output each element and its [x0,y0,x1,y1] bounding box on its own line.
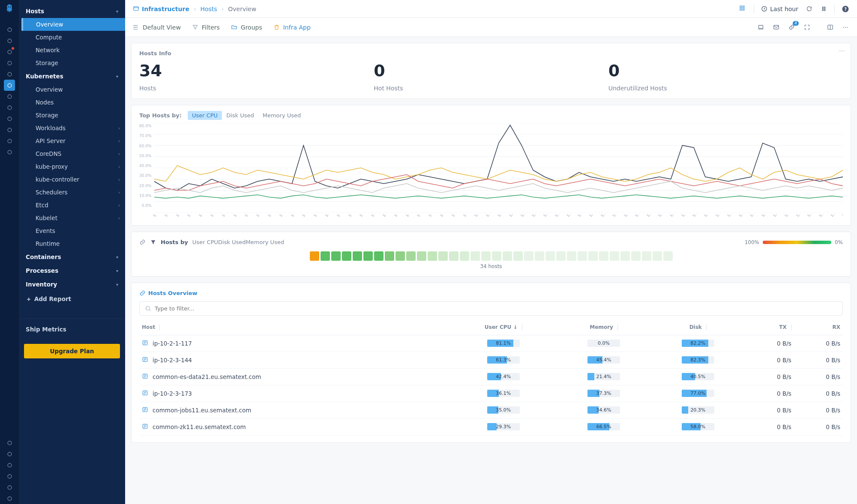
sidebar-item-overview[interactable]: Overview [21,18,125,31]
heat-cell[interactable] [481,251,491,261]
link-icon[interactable] [788,24,795,31]
laptop-icon[interactable] [757,24,764,31]
heat-cell[interactable] [524,251,533,261]
sidebar-item-kubelet[interactable]: Kubelet› [21,212,125,224]
heat-cell[interactable] [631,251,641,261]
filters-button[interactable]: Filters [192,24,220,31]
filter-input[interactable] [155,305,837,312]
sidebar-item-api-server[interactable]: API Server› [21,134,125,147]
heat-cell[interactable] [406,251,416,261]
heat-cell[interactable] [610,251,619,261]
heat-tab-disk-used[interactable]: Disk Used [218,239,246,245]
heat-cell[interactable] [310,251,319,261]
heat-tab-memory-used[interactable]: Memory Used [246,239,285,245]
shopping-bag-icon[interactable] [4,46,15,57]
heat-cell[interactable] [342,251,351,261]
search-icon[interactable] [4,24,15,35]
database-icon[interactable] [4,91,15,102]
heat-cell[interactable] [449,251,458,261]
col-memory[interactable]: Memory [557,320,651,335]
time-range-picker[interactable]: Last hour [761,6,798,12]
sidebar-item-network[interactable]: Network [21,44,125,57]
card-menu-icon[interactable]: ⋯ [839,48,845,54]
heat-cell[interactable] [663,251,673,261]
table-row[interactable]: ip-10-2-3-17336.1%37.3%77.0%0 B/s0 B/s [139,385,843,402]
heat-cell[interactable] [556,251,566,261]
col-user-cpu-[interactable]: User CPU ↓ [450,320,557,335]
sidebar-item-storage[interactable]: Storage [21,109,125,122]
chart-tab-disk-used[interactable]: Disk Used [222,111,258,120]
col-host[interactable]: Host [139,320,450,335]
col-disk[interactable]: Disk [651,320,745,335]
sidebar-item-kube-proxy[interactable]: kube-proxy› [21,160,125,173]
heat-cell[interactable] [653,251,662,261]
pause-icon[interactable] [820,5,827,13]
sidebar-item-coredns[interactable]: CoreDNS› [21,147,125,160]
sidebar-group-kubernetes[interactable]: Kubernetes▾ [19,69,125,83]
refresh-icon[interactable] [805,5,813,13]
table-row[interactable]: common-jobs11.eu.sematext.com35.0%34.6%2… [139,402,843,418]
infra-app-button[interactable]: Infra App [273,24,311,31]
table-filter[interactable] [139,301,843,316]
sidebar-item-etcd[interactable]: Etcd› [21,199,125,212]
breadcrumb-app[interactable]: Infrastructure [133,6,189,12]
heat-cell[interactable] [620,251,630,261]
sidebar-item-schedulers[interactable]: Schedulers› [21,186,125,199]
chart-tab-memory-used[interactable]: Memory Used [258,111,306,120]
table-row[interactable]: ip-10-2-1-11781.1%0.0%82.2%0 B/s0 B/s [139,335,843,352]
sidebar-item-workloads[interactable]: Workloads› [21,122,125,134]
heat-cell[interactable] [567,251,576,261]
heat-cell[interactable] [503,251,512,261]
col-rx[interactable]: RX [794,320,843,335]
sidebar-item-compute[interactable]: Compute [21,31,125,44]
hosts-overview-link[interactable]: Hosts Overview [139,290,198,296]
sidebar-item-nodes[interactable]: Nodes [21,96,125,109]
heat-tab-user-cpu[interactable]: User CPU [192,239,218,245]
heat-cell[interactable] [385,251,394,261]
radar-icon[interactable] [4,448,15,459]
apps-icon[interactable] [739,5,747,13]
add-report-button[interactable]: Add Report [19,291,125,307]
heat-cell[interactable] [363,251,373,261]
heat-cell[interactable] [588,251,598,261]
help-icon[interactable]: ? [842,5,849,13]
document-icon[interactable] [4,102,15,113]
sidebar-item-kube-controller[interactable]: kube-controller› [21,173,125,186]
heat-cell[interactable] [460,251,469,261]
heat-cell[interactable] [428,251,437,261]
heat-cell[interactable] [321,251,330,261]
heat-cell[interactable] [545,251,555,261]
globe-icon[interactable] [4,69,15,80]
groups-button[interactable]: Groups [231,24,262,31]
col-tx[interactable]: TX [745,320,794,335]
default-view-button[interactable]: ☰Default View [133,24,181,31]
mail-icon[interactable] [4,80,15,91]
table-row[interactable]: common-zk11.eu.sematext.com29.3%66.5%58.… [139,418,843,435]
heat-cell[interactable] [513,251,523,261]
target-icon[interactable] [4,146,15,158]
heat-cell[interactable] [535,251,544,261]
sidebar-item-runtime[interactable]: Runtime [21,237,125,250]
gift-icon[interactable] [4,437,15,448]
reddit-icon[interactable] [4,124,15,135]
more-icon[interactable]: ⋯ [842,24,849,31]
content-scroll[interactable]: ⋯ Hosts Info 34Hosts0Hot Hosts0Underutil… [125,37,857,504]
sidebar-group-inventory[interactable]: Inventory▾ [19,277,125,291]
tools-icon[interactable] [4,113,15,124]
rocket-icon[interactable] [4,35,15,46]
heat-cell[interactable] [470,251,480,261]
breadcrumb-section[interactable]: Hosts [200,6,217,12]
heat-cell[interactable] [417,251,426,261]
table-row[interactable]: ip-10-2-3-14461.3%45.4%82.3%0 B/s0 B/s [139,352,843,368]
sidebar-group-processes[interactable]: Processes▾ [19,264,125,277]
chart-tab-user-cpu[interactable]: User CPU [188,111,222,120]
ship-metrics-link[interactable]: Ship Metrics [19,319,125,337]
table-row[interactable]: common-es-data21.eu.sematext.com42.4%21.… [139,368,843,385]
gear-icon[interactable] [4,482,15,493]
robot-icon[interactable] [4,459,15,471]
heat-cell[interactable] [599,251,608,261]
upgrade-plan-button[interactable]: Upgrade Plan [24,344,120,358]
heat-cell[interactable] [331,251,341,261]
fullscreen-icon[interactable] [803,24,811,31]
sidebar-group-hosts[interactable]: Hosts▾ [19,4,125,18]
